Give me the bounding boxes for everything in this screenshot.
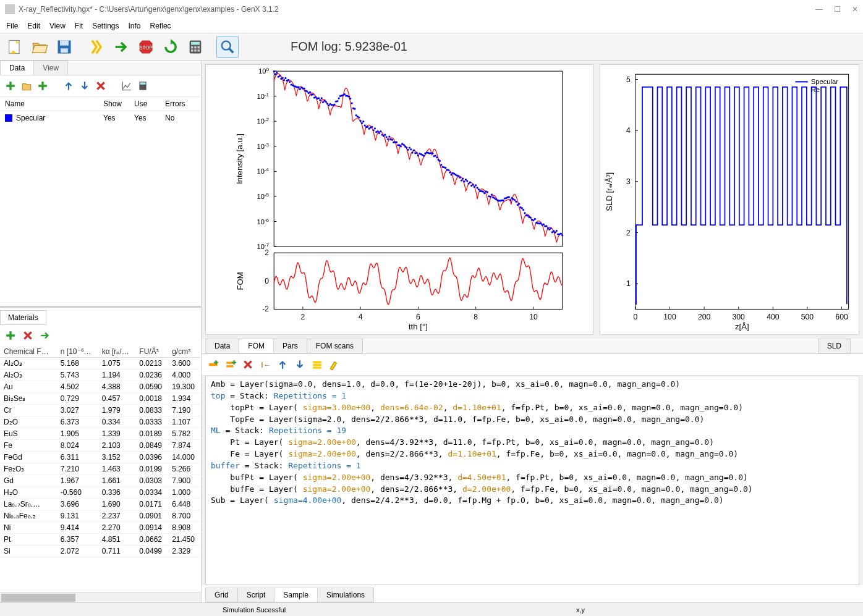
btab-sample[interactable]: Sample	[274, 588, 318, 602]
calc-icon[interactable]	[136, 79, 150, 93]
svg-point-72	[299, 88, 301, 90]
mat-row[interactable]: H₂O-0.5600.3360.03341.000	[0, 487, 201, 499]
svg-point-199	[482, 191, 484, 193]
minimize-button[interactable]: —	[815, 5, 823, 14]
mat-header[interactable]: kα [rₑ/…	[98, 346, 136, 358]
dataset-use: Yes	[134, 114, 165, 122]
tab-fom-scans[interactable]: FOM scans	[307, 339, 363, 353]
mat-row[interactable]: EuS1.9051.3390.01895.782	[0, 428, 201, 440]
add2-icon[interactable]	[36, 79, 49, 93]
svg-point-132	[385, 136, 387, 138]
mat-row[interactable]: Gd1.9671.6610.03037.900	[0, 475, 201, 487]
menu-fit[interactable]: Fit	[75, 22, 83, 30]
menu-file[interactable]: File	[6, 22, 18, 30]
plot-icon[interactable]	[120, 79, 134, 93]
reload-button[interactable]	[159, 36, 182, 58]
materials-tab[interactable]: Materials	[0, 310, 46, 325]
dataset-row[interactable]: Specular Yes Yes No	[0, 111, 201, 125]
mat-header[interactable]: n [10⁻⁶…	[57, 346, 98, 358]
maximize-button[interactable]: ☐	[834, 5, 841, 14]
open-button[interactable]	[28, 36, 51, 58]
svg-point-227	[522, 209, 524, 211]
svg-point-226	[521, 207, 523, 209]
mat-row[interactable]: Ni9.4142.2700.09148.908	[0, 522, 201, 534]
svg-point-114	[360, 120, 362, 122]
close-button[interactable]: ✕	[852, 5, 858, 14]
svg-point-65	[289, 81, 291, 83]
mat-row[interactable]: La₀.₇Sr₀.…3.6961.6900.01716.448	[0, 499, 201, 510]
sld-tab[interactable]: SLD	[818, 339, 851, 353]
svg-text:1: 1	[626, 279, 631, 288]
open-data-icon[interactable]	[20, 79, 33, 93]
mat-row[interactable]: Fe₂O₃7.2101.4630.01995.266	[0, 463, 201, 475]
svg-point-148	[409, 146, 410, 148]
materials-table[interactable]: Chemical F…n [10⁻⁶…kα [rₑ/…FU/Å³g/cm³Al₂…	[0, 346, 201, 592]
svg-point-192	[472, 184, 474, 185]
svg-point-158	[423, 155, 425, 157]
sample-code[interactable]: Amb = Layer(sigma=0.0, dens=1.0, d=0.0, …	[205, 376, 859, 585]
mat-del-icon[interactable]	[21, 329, 35, 342]
tab-data[interactable]: Data	[0, 61, 34, 75]
mat-row[interactable]: Cr3.0271.9790.08337.190	[0, 405, 201, 416]
mat-row[interactable]: Pt6.3574.8510.066221.450	[0, 534, 201, 546]
simulate-button[interactable]	[85, 36, 108, 58]
delete-icon[interactable]	[94, 79, 108, 93]
mat-row[interactable]: Fe8.0242.1030.08497.874	[0, 440, 201, 452]
calculator-button[interactable]	[184, 36, 206, 58]
mat-header[interactable]: g/cm³	[168, 346, 201, 358]
zoom-button[interactable]	[216, 36, 239, 58]
menu-info[interactable]: Info	[129, 22, 141, 30]
mat-apply-icon[interactable]	[38, 329, 52, 342]
svg-text:400: 400	[767, 313, 780, 321]
tab-pars[interactable]: Pars	[273, 339, 307, 353]
menu-settings[interactable]: Settings	[92, 22, 119, 30]
svg-text:6: 6	[416, 313, 420, 321]
svg-point-131	[384, 134, 386, 136]
mat-header[interactable]: FU/Å³	[135, 346, 168, 358]
mat-row[interactable]: D₂O6.3730.3340.03331.107	[0, 416, 201, 428]
mat-row[interactable]: Al₂O₃5.1681.0750.02133.600	[0, 358, 201, 369]
tab-data[interactable]: Data	[205, 339, 239, 353]
layer-add-icon[interactable]	[206, 358, 220, 371]
mat-row[interactable]: Bi₂Se₃0.7290.4570.00181.934	[0, 393, 201, 405]
menu-reflec[interactable]: Reflec	[150, 22, 171, 30]
svg-text:10: 10	[529, 313, 538, 321]
stack-add-icon[interactable]	[224, 358, 237, 371]
mat-row[interactable]: Si2.0720.7110.04992.329	[0, 546, 201, 557]
layer-del-icon[interactable]	[241, 358, 255, 371]
mat-row[interactable]: Al₂O₃5.7431.1940.02364.000	[0, 369, 201, 381]
save-button[interactable]	[53, 36, 75, 58]
btab-grid[interactable]: Grid	[205, 588, 238, 602]
mat-row[interactable]: Ni₀.₈Fe₀.₂9.1312.2370.09018.700	[0, 510, 201, 522]
up-icon[interactable]	[62, 79, 75, 93]
svg-point-234	[532, 219, 534, 221]
svg-point-150	[411, 151, 413, 153]
btab-simulations[interactable]: Simulations	[317, 588, 374, 602]
mat-add-icon[interactable]	[4, 329, 17, 342]
mat-row[interactable]: FeGd6.3113.1520.039614.000	[0, 452, 201, 463]
instrument-icon[interactable]	[328, 358, 341, 371]
horiz-scrollbar[interactable]	[0, 592, 201, 602]
mat-row[interactable]: Au4.5024.3880.059019.300	[0, 381, 201, 393]
svg-point-228	[524, 212, 525, 214]
down-icon[interactable]	[78, 79, 91, 93]
btab-script[interactable]: Script	[237, 588, 275, 602]
run-button[interactable]	[110, 36, 132, 58]
menu-edit[interactable]: Edit	[27, 22, 40, 30]
sample-props-icon[interactable]	[310, 358, 324, 371]
svg-text:100: 100	[663, 313, 676, 321]
tab-view[interactable]: View	[33, 61, 68, 75]
stop-button[interactable]: STOP	[135, 36, 157, 58]
new-button[interactable]	[4, 36, 26, 58]
sld-plot[interactable]: 010020030040050060012345SLD [rₑ/Å³]z[Å]S…	[600, 64, 859, 335]
svg-text:10-5: 10-5	[257, 192, 269, 200]
add-data-icon[interactable]	[4, 79, 17, 93]
mat-header[interactable]: Chemical F…	[0, 346, 57, 358]
menu-view[interactable]: View	[49, 22, 66, 30]
layer-down-icon[interactable]	[293, 358, 307, 371]
layer-up-icon[interactable]	[276, 358, 289, 371]
window-title: X-ray_Reflectivity.hgx* - C:\Users\Artur…	[19, 5, 815, 14]
rename-icon[interactable]: I←	[258, 358, 272, 371]
reflectivity-plot[interactable]: 10010-110-210-310-410-510-610-7246810-20…	[205, 64, 593, 335]
tab-fom[interactable]: FOM	[239, 339, 274, 353]
